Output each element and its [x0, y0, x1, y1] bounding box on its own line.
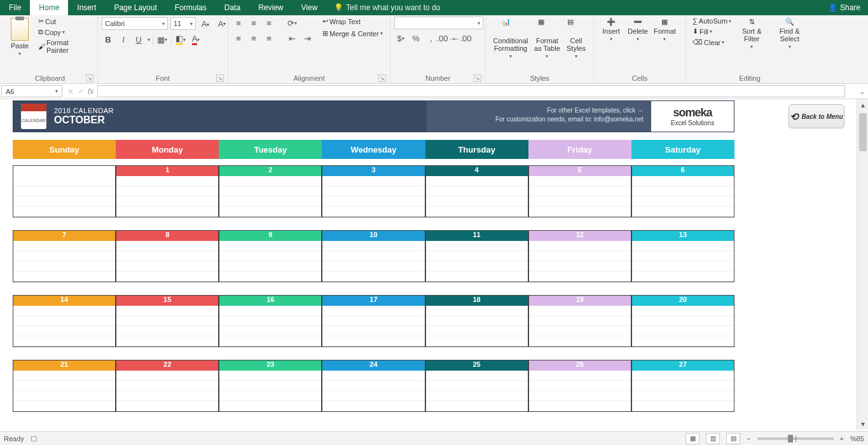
- dialog-launcher-icon[interactable]: ↘: [86, 74, 93, 82]
- tab-home[interactable]: Home: [30, 0, 68, 15]
- cancel-icon[interactable]: ✕: [67, 87, 74, 96]
- dialog-launcher-icon[interactable]: ↘: [216, 74, 224, 82]
- font-color-button[interactable]: A▾: [189, 33, 202, 46]
- calendar-cell-body[interactable]: [13, 306, 115, 346]
- calendar-cell-body[interactable]: [219, 176, 321, 217]
- calendar-cell[interactable]: 18: [425, 295, 528, 347]
- format-painter-button[interactable]: 🖌Format Painter: [36, 38, 93, 55]
- tab-view[interactable]: View: [293, 0, 327, 15]
- calendar-cell[interactable]: 4: [425, 165, 528, 217]
- calendar-cell[interactable]: 10: [322, 230, 425, 282]
- page-break-view-button[interactable]: ▤: [726, 433, 740, 444]
- expand-formula-bar[interactable]: ⌄: [857, 84, 868, 99]
- calendar-cell-body[interactable]: [116, 371, 218, 411]
- calendar-cell-body[interactable]: [632, 306, 734, 346]
- calendar-cell[interactable]: 19: [528, 295, 631, 347]
- decrease-indent-button[interactable]: ⇤: [286, 32, 298, 44]
- share-button[interactable]: 👤 Share: [820, 0, 868, 15]
- cell-styles-button[interactable]: ▤ Cell Styles▾: [563, 17, 589, 60]
- align-top-button[interactable]: ≡: [232, 17, 245, 29]
- decrease-decimal-button[interactable]: ←.00: [455, 32, 468, 44]
- italic-button[interactable]: I: [117, 33, 130, 46]
- increase-font-button[interactable]: A▴: [198, 17, 212, 31]
- calendar-cell-body[interactable]: [13, 176, 115, 217]
- calendar-cell[interactable]: 9: [219, 230, 322, 282]
- someka-logo[interactable]: someka Excel Solutions: [651, 101, 734, 132]
- calendar-cell[interactable]: 11: [425, 230, 528, 282]
- name-box[interactable]: A6▾: [1, 85, 62, 97]
- number-format-select[interactable]: ▾: [394, 17, 483, 29]
- calendar-cell[interactable]: 16: [219, 295, 322, 347]
- insert-cells-button[interactable]: ➕Insert▾: [598, 17, 624, 43]
- calendar-cell-body[interactable]: [426, 306, 528, 346]
- bold-button[interactable]: B: [102, 33, 114, 46]
- calendar-cell[interactable]: 24: [322, 360, 425, 412]
- zoom-value[interactable]: %85: [850, 435, 864, 442]
- calendar-cell-body[interactable]: [116, 176, 218, 217]
- tab-file[interactable]: File: [0, 0, 30, 15]
- borders-button[interactable]: ▦▾: [156, 33, 169, 46]
- tab-formulas[interactable]: Formulas: [166, 0, 216, 15]
- calendar-cell-body[interactable]: [529, 176, 631, 217]
- dialog-launcher-icon[interactable]: ↘: [378, 74, 386, 82]
- clear-button[interactable]: ⌫Clear▾: [690, 38, 734, 47]
- calendar-cell-body[interactable]: [322, 306, 424, 346]
- calendar-cell-body[interactable]: [529, 306, 631, 346]
- calendar-cell[interactable]: 17: [322, 295, 425, 347]
- calendar-cell[interactable]: 6: [631, 165, 734, 217]
- orientation-button[interactable]: ⟳▾: [286, 17, 298, 29]
- conditional-formatting-button[interactable]: 📊 Conditional Formatting▾: [490, 17, 532, 60]
- cell-grid[interactable]: CALENDAR 2018 CALENDAR OCTOBER For other…: [13, 100, 852, 418]
- back-to-menu-button[interactable]: ⟲ Back to Menu: [789, 104, 844, 128]
- cut-button[interactable]: ✂Cut: [36, 17, 93, 26]
- calendar-cell[interactable]: 22: [116, 360, 219, 412]
- tab-data[interactable]: Data: [216, 0, 249, 15]
- normal-view-button[interactable]: ▦: [685, 433, 699, 444]
- calendar-cell-body[interactable]: [529, 371, 631, 411]
- calendar-cell[interactable]: 5: [528, 165, 631, 217]
- sort-filter-button[interactable]: ⇅Sort & Filter▾: [734, 17, 769, 51]
- calendar-cell-body[interactable]: [426, 371, 528, 411]
- calendar-grid[interactable]: 1234567891011121314151617181920212223242…: [13, 165, 734, 418]
- calendar-cell-body[interactable]: [219, 306, 321, 346]
- font-name-select[interactable]: Calibri▾: [102, 17, 168, 30]
- scroll-down-icon[interactable]: ▾: [857, 418, 868, 430]
- calendar-cell-body[interactable]: [13, 241, 115, 282]
- calendar-cell-body[interactable]: [219, 371, 321, 411]
- align-bottom-button[interactable]: ≡: [263, 17, 275, 29]
- wrap-text-button[interactable]: ↩Wrap Text: [320, 17, 385, 26]
- calendar-cell[interactable]: 27: [631, 360, 734, 412]
- underline-button[interactable]: U: [132, 33, 145, 46]
- calendar-cell-body[interactable]: [322, 176, 424, 217]
- calendar-cell[interactable]: 15: [116, 295, 219, 347]
- macro-record-icon[interactable]: ▢: [31, 434, 37, 442]
- align-left-button[interactable]: ≡: [232, 32, 245, 44]
- autosum-button[interactable]: ∑AutoSum▾: [690, 17, 734, 25]
- increase-indent-button[interactable]: ⇥: [301, 32, 313, 44]
- calendar-cell-body[interactable]: [322, 371, 424, 411]
- zoom-out-button[interactable]: −: [747, 435, 750, 442]
- calendar-cell[interactable]: 3: [322, 165, 425, 217]
- find-select-button[interactable]: 🔍Find & Select▾: [769, 17, 809, 51]
- increase-decimal-button[interactable]: .00→: [440, 32, 453, 44]
- paste-button[interactable]: Paste ▾: [6, 17, 33, 58]
- calendar-cell-body[interactable]: [632, 176, 734, 217]
- copy-button[interactable]: ⧉Copy▾: [36, 27, 93, 37]
- dialog-launcher-icon[interactable]: ↘: [474, 74, 481, 82]
- calendar-cell[interactable]: 14: [13, 295, 116, 347]
- decrease-font-button[interactable]: A▾: [215, 17, 229, 31]
- calendar-cell[interactable]: 21: [13, 360, 116, 412]
- format-as-table-button[interactable]: ▦ Format as Table▾: [532, 17, 563, 60]
- zoom-in-button[interactable]: +: [840, 435, 844, 442]
- calendar-cell[interactable]: 20: [631, 295, 734, 347]
- merge-center-button[interactable]: ⊞Merge & Center▾: [320, 29, 385, 38]
- calendar-cell-body[interactable]: [426, 176, 528, 217]
- align-center-button[interactable]: ≡: [247, 32, 260, 44]
- formula-input[interactable]: [97, 85, 845, 97]
- calendar-cell[interactable]: 26: [528, 360, 631, 412]
- fill-button[interactable]: ⬇Fill▾: [690, 27, 734, 36]
- comma-button[interactable]: ,: [425, 32, 437, 44]
- currency-button[interactable]: $▾: [394, 32, 407, 44]
- zoom-slider[interactable]: [757, 437, 834, 440]
- tell-me-search[interactable]: 💡 Tell me what you want to do: [326, 0, 448, 15]
